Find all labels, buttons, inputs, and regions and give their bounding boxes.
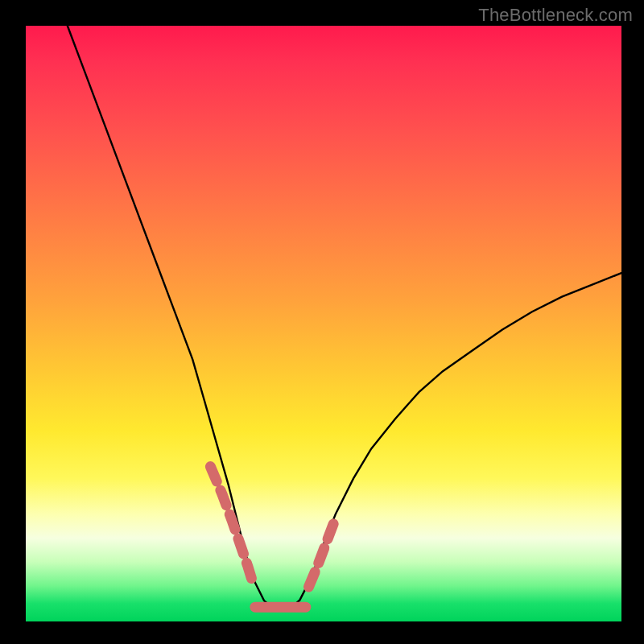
watermark-text: TheBottleneck.com	[478, 5, 633, 26]
highlight-left	[210, 467, 254, 585]
chart-frame: TheBottleneck.com	[0, 0, 644, 644]
highlight-right	[309, 520, 336, 587]
bottleneck-curve	[68, 26, 621, 609]
curve-layer	[26, 26, 621, 621]
plot-area	[26, 26, 621, 621]
